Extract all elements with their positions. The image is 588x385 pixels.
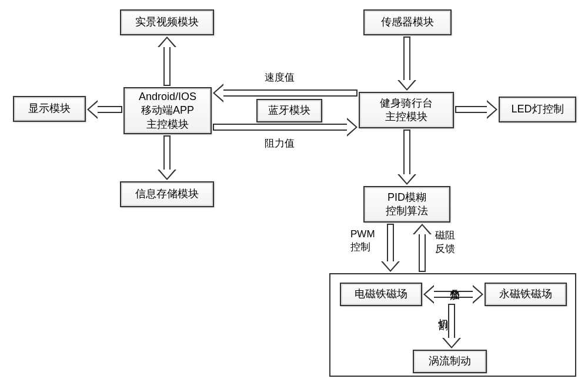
label-pwm: PWM 控制: [350, 228, 375, 254]
text: 永磁铁磁场: [499, 287, 552, 301]
text: PID模糊: [387, 191, 426, 204]
t: 磁阻: [435, 230, 455, 241]
label-overlay: 叠加: [448, 281, 462, 284]
text: 信息存储模块: [135, 187, 199, 201]
t: 控制: [350, 241, 370, 253]
text: 控制算法: [386, 204, 428, 218]
arrow-pwm: [381, 224, 400, 272]
block-trainer: 健身骑行台 主控模块: [359, 92, 454, 128]
label-speed: 速度值: [265, 71, 295, 84]
text: 涡流制动: [429, 354, 471, 368]
block-sensor: 传感器模块: [363, 9, 452, 35]
arrow-app-to-storage: [158, 135, 176, 180]
block-electromagnet: 电磁铁磁场: [340, 283, 422, 306]
label-resist: 阻力值: [265, 137, 295, 150]
text: 主控模块: [146, 118, 189, 131]
block-led: LED灯控制: [499, 97, 576, 122]
text: 主控模块: [385, 110, 427, 124]
label-cut: 切割: [436, 311, 450, 313]
diagram-canvas: { "blocks": { "video": "实景视频模块", "sensor…: [0, 0, 588, 385]
text: 实景视频模块: [135, 15, 199, 29]
text: 移动端APP: [141, 104, 194, 117]
text: 传感器模块: [381, 15, 434, 29]
text: 健身骑行台: [380, 97, 433, 110]
block-pid: PID模糊 控制算法: [363, 186, 450, 223]
text: 显示模块: [28, 102, 71, 115]
block-video: 实景视频模块: [120, 9, 214, 35]
text: LED灯控制: [511, 102, 563, 116]
text: 蓝牙模块: [268, 104, 310, 117]
t: PWM: [350, 228, 375, 240]
block-app: Android/IOS 移动端APP 主控模块: [123, 87, 212, 134]
block-display: 显示模块: [13, 96, 86, 122]
text: Android/IOS: [139, 90, 196, 104]
arrow-trainer-to-pid: [397, 130, 416, 185]
block-permanent-magnet: 永磁铁磁场: [485, 283, 567, 306]
arrow-app-to-video: [158, 36, 176, 86]
block-storage: 信息存储模块: [120, 181, 214, 207]
arrow-app-to-display: [87, 100, 122, 119]
block-eddy: 涡流制动: [413, 350, 487, 373]
label-magres: 磁阻 反馈: [435, 228, 455, 255]
arrow-magres: [413, 224, 432, 272]
t: 反馈: [435, 243, 455, 254]
block-bluetooth: 蓝牙模块: [256, 99, 322, 122]
arrow-sensor-to-trainer: [397, 36, 416, 91]
text: 电磁铁磁场: [355, 287, 407, 301]
arrow-trainer-to-led: [455, 100, 497, 119]
